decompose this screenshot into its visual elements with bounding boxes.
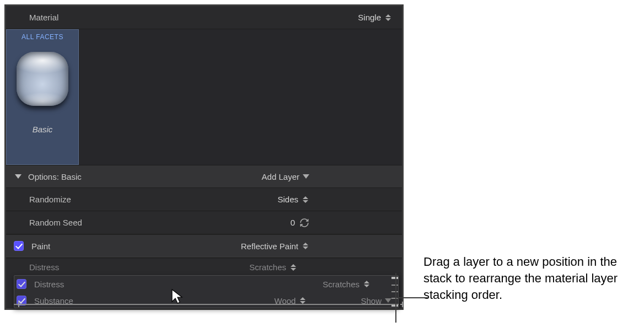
randomize-value: Sides <box>277 195 298 204</box>
checkbox-paint[interactable] <box>14 241 24 251</box>
layer-value-distress-ghost: Scratches <box>249 262 297 272</box>
randomize-label: Randomize <box>29 195 277 204</box>
dragged-layer[interactable]: Distress Scratches Substance Wood <box>14 275 399 308</box>
material-header-row: Material Single <box>6 6 402 29</box>
add-layer-label: Add Layer <box>262 172 299 181</box>
drop-target-line <box>14 304 399 305</box>
layer-value-paint-select[interactable]: Reflective Paint <box>241 242 309 251</box>
material-label: Material <box>29 13 358 22</box>
options-label: Options: Basic <box>28 172 262 181</box>
material-mode-select[interactable]: Single <box>358 13 392 22</box>
drag-line-substance: Substance Wood Show <box>14 292 398 308</box>
facet-name: Basic <box>33 125 53 134</box>
layer-stack-area[interactable]: Distress Scratches Distress Scratches <box>6 258 402 308</box>
stepper-icon <box>363 280 371 288</box>
drag-label-distress: Distress <box>34 280 323 289</box>
randomize-select[interactable]: Sides <box>277 195 309 204</box>
options-row[interactable]: Options: Basic Add Layer <box>6 165 402 188</box>
layer-value-paint: Reflective Paint <box>241 242 298 251</box>
refresh-icon[interactable] <box>299 218 309 228</box>
drag-value-distress: Scratches <box>323 280 371 289</box>
random-seed-field[interactable]: 0 <box>291 218 309 228</box>
stepper-icon <box>384 13 392 22</box>
random-seed-label: Random Seed <box>29 218 291 227</box>
checkbox-distress[interactable] <box>17 279 26 289</box>
facet-title: ALL FACETS <box>22 33 63 41</box>
material-mode-value: Single <box>358 13 381 22</box>
annotation-text: Drag a layer to a new position in the st… <box>423 254 638 303</box>
material-preview-area: ALL FACETS Basic <box>6 29 402 165</box>
random-seed-row: Random Seed 0 <box>6 211 402 234</box>
material-panel: Material Single ALL FACETS Basic Options… <box>4 4 404 310</box>
layer-label-distress-ghost: Distress <box>29 262 59 272</box>
drop-cap-right-icon <box>398 300 403 307</box>
randomize-row: Randomize Sides <box>6 188 402 211</box>
chevron-down-icon <box>303 174 309 179</box>
annotation: Drag a layer to a new position in the st… <box>423 254 638 303</box>
chevron-down-icon <box>385 298 391 303</box>
layer-row-paint[interactable]: Paint Reflective Paint <box>6 234 402 258</box>
stepper-icon <box>302 195 309 204</box>
cursor-icon <box>170 288 184 305</box>
annotation-leader-line <box>397 297 428 298</box>
drop-cap-left-icon <box>18 300 24 307</box>
stepper-icon <box>289 263 297 272</box>
material-orb-preview <box>17 52 68 106</box>
layer-label-paint: Paint <box>31 242 241 251</box>
disclosure-triangle-icon[interactable] <box>15 174 22 179</box>
facet-tile-all[interactable]: ALL FACETS Basic <box>6 29 79 165</box>
material-swatch <box>15 46 70 111</box>
stepper-icon <box>302 242 309 250</box>
add-layer-button[interactable]: Add Layer <box>262 172 309 181</box>
drag-line-distress: Distress Scratches <box>14 276 398 292</box>
random-seed-value: 0 <box>291 218 295 227</box>
